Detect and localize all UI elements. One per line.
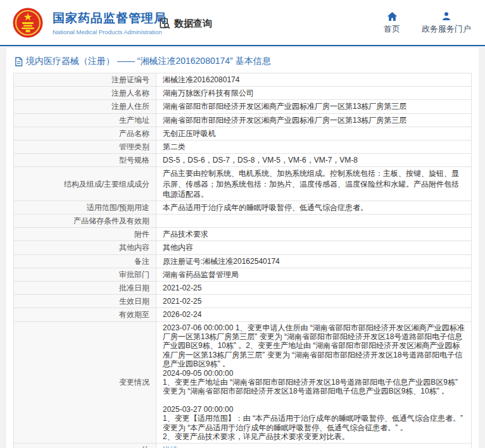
org-name-cn: 国家药品监督管理局 <box>53 10 167 27</box>
table-row: 注册人名称湖南万脉医疗科技有限公司 <box>14 87 472 100</box>
note-bulb-icon: ● <box>136 446 141 448</box>
data-query-nav[interactable]: 数据查询 <box>158 17 212 30</box>
note-label-text: 注 <box>142 445 149 448</box>
brand-text: 国家药品监督管理局 National Medical Products Admi… <box>53 10 167 35</box>
field-value: 湖南省邵阳市邵阳经济开发区湘商产业园标准厂房一区第13栋厂房第三层 <box>156 113 472 127</box>
field-label: 备注 <box>14 254 156 268</box>
field-label: 注册证编号 <box>14 73 156 87</box>
field-value: 2021-02-25 <box>156 282 472 295</box>
field-label: 生产地址 <box>14 113 156 127</box>
table-row: 有效期至2026-02-24 <box>14 308 472 321</box>
field-value: 湖南省药品监督管理局 <box>156 268 472 281</box>
field-label: 产品名称 <box>14 127 156 140</box>
brand: 国家药品监督管理局 National Medical Products Admi… <box>13 8 167 38</box>
field-value: DS-5，DS-6，DS-7，DS-8，VM-5，VM-6，VM-7，VM-8 <box>156 154 472 167</box>
field-label: 变更情况 <box>14 321 156 443</box>
field-label: 结构及组成/主要组成成分 <box>14 167 156 201</box>
table-row: 型号规格DS-5，DS-6，DS-7，DS-8，VM-5，VM-6，VM-7，V… <box>14 154 472 167</box>
table-row: 管理类别第二类 <box>14 140 472 153</box>
field-label-note: ●注 <box>14 443 156 448</box>
field-label: 产品储存条件及有效期 <box>14 215 156 228</box>
table-row: 产品储存条件及有效期 <box>14 215 472 228</box>
field-value: 2021-02-25 <box>156 295 472 308</box>
content-card: 境内医疗器械（注册） —— “湘械注准20162080174” 基本信息 注册证… <box>6 48 479 448</box>
field-value: 第二类 <box>156 140 472 153</box>
detail-link[interactable]: 详情 <box>163 445 178 448</box>
table-row: 附件产品技术要求 <box>14 228 472 241</box>
field-value: 湘械注准20162080174 <box>156 73 472 87</box>
field-value: 其他内容 <box>156 241 472 254</box>
data-query-label: 数据查询 <box>174 18 212 30</box>
nav-portal-label: 政务服务门户 <box>422 23 471 35</box>
document-search-icon <box>158 17 171 30</box>
field-value: 产品主要由控制系统、电机系统、加热系统组成。控制系统包括：主板、按键、旋钮、显示… <box>156 167 472 201</box>
field-value-change-history: 2023-07-06 00:00:00 1、变更申请人住所由 “湖南省邵阳市邵阳… <box>156 321 472 443</box>
field-label: 生效日期 <box>14 295 156 308</box>
field-label: 审批部门 <box>14 268 156 281</box>
table-row: ●注 详情 <box>14 443 472 448</box>
field-label: 附件 <box>14 228 156 241</box>
table-row: 结构及组成/主要组成成分产品主要由控制系统、电机系统、加热系统组成。控制系统包括… <box>14 167 472 201</box>
field-label: 注册人名称 <box>14 87 156 100</box>
registration-info-table: 注册证编号湘械注准20162080174 注册人名称湖南万脉医疗科技有限公司 注… <box>13 73 472 448</box>
nav-home-label: 首页 <box>384 23 400 35</box>
table-row: 注册证编号湘械注准20162080174 <box>14 73 472 87</box>
table-row: 注册人住所湖南省邵阳市邵阳经济开发区湘商产业园标准厂房一区第13栋厂房第三层 <box>14 100 472 113</box>
field-value <box>156 215 472 228</box>
field-value: 2026-02-24 <box>156 308 472 321</box>
table-row: 批准日期2021-02-25 <box>14 282 472 295</box>
page-icon <box>15 57 23 66</box>
field-label: 有效期至 <box>14 308 156 321</box>
table-row: 备注原注册证号:湘械注准20162540174 <box>14 254 472 268</box>
table-row: 审批部门湖南省药品监督管理局 <box>14 268 472 281</box>
person-icon <box>441 11 451 22</box>
field-label: 型号规格 <box>14 154 156 167</box>
field-value: 产品技术要求 <box>156 228 472 241</box>
field-label: 其他内容 <box>14 241 156 254</box>
table-row: 产品名称无创正压呼吸机 <box>14 127 472 140</box>
nav-home[interactable]: 首页 <box>384 11 400 35</box>
national-emblem-logo <box>13 8 43 38</box>
site-header: 国家药品监督管理局 National Medical Products Admi… <box>0 0 485 46</box>
page-title-text: 境内医疗器械（注册） —— “湘械注准20162080174” 基本信息 <box>26 56 271 67</box>
field-value: 湖南省邵阳市邵阳经济开发区湘商产业园标准厂房一区第13栋厂房第三层 <box>156 100 472 113</box>
table-row: 生产地址湖南省邵阳市邵阳经济开发区湘商产业园标准厂房一区第13栋厂房第三层 <box>14 113 472 127</box>
field-label: 批准日期 <box>14 282 156 295</box>
top-nav: 首页 政务服务门户 <box>384 11 471 35</box>
field-label: 适用范围/预期用途 <box>14 201 156 214</box>
nav-portal[interactable]: 政务服务门户 <box>422 11 471 35</box>
table-row: 其他内容其他内容 <box>14 241 472 254</box>
table-row: 生效日期2021-02-25 <box>14 295 472 308</box>
field-label: 注册人住所 <box>14 100 156 113</box>
field-value: 湖南万脉医疗科技有限公司 <box>156 87 472 100</box>
field-value: 无创正压呼吸机 <box>156 127 472 140</box>
field-label: 管理类别 <box>14 140 156 153</box>
field-value-note: 详情 <box>156 443 472 448</box>
table-row: 适用范围/预期用途本产品适用于治疗成年的睡眠呼吸暂停、低通气综合症患者。 <box>14 201 472 214</box>
breadcrumb: 境内医疗器械（注册） —— “湘械注准20162080174” 基本信息 <box>13 53 472 68</box>
home-icon <box>387 11 398 22</box>
org-name-en: National Medical Products Administration <box>53 28 167 35</box>
field-value: 原注册证号:湘械注准20162540174 <box>156 254 472 268</box>
table-row: 变更情况2023-07-06 00:00:00 1、变更申请人住所由 “湖南省邵… <box>14 321 472 443</box>
field-value: 本产品适用于治疗成年的睡眠呼吸暂停、低通气综合症患者。 <box>156 201 472 214</box>
